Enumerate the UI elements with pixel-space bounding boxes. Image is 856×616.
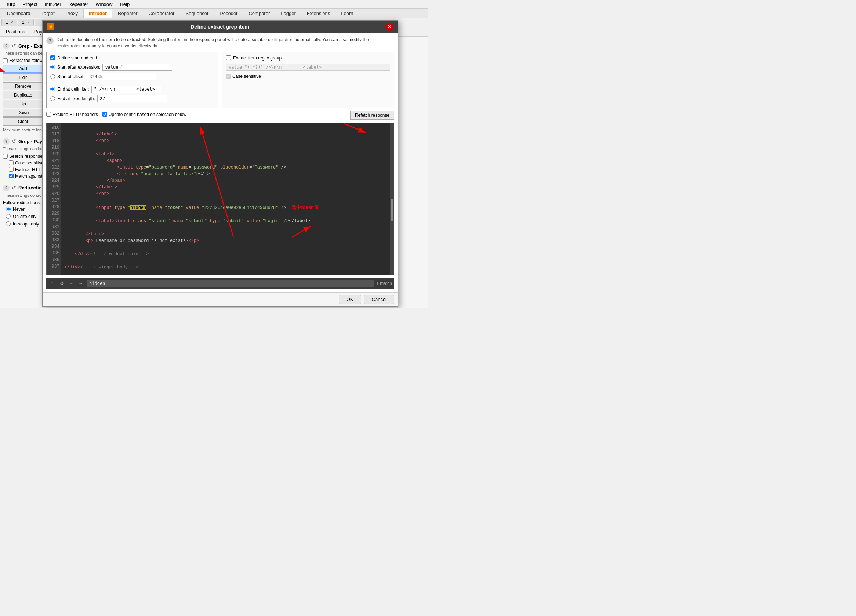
add-button[interactable]: Add bbox=[3, 65, 43, 73]
start-offset-label: Start at offset: bbox=[57, 74, 85, 79]
search-input[interactable] bbox=[87, 280, 374, 287]
start-offset-row: Start at offset: bbox=[50, 73, 214, 80]
search-next-icon[interactable]: → bbox=[77, 280, 85, 287]
start-after-radio[interactable] bbox=[50, 65, 55, 69]
tab-collaborator[interactable]: Collaborator bbox=[143, 9, 180, 18]
tab-logger[interactable]: Logger bbox=[275, 9, 301, 18]
define-start-end-label: Define start and end bbox=[57, 55, 97, 60]
code-area: 916 917 918 919 920 921 922 923 924 925 … bbox=[46, 123, 394, 275]
dialog-body: ? Define the location of the item to be … bbox=[43, 33, 398, 292]
search-responses-checkbox[interactable] bbox=[3, 154, 8, 159]
case-sensitive-regex-checkbox[interactable] bbox=[226, 74, 231, 79]
code-content[interactable]: </label> </br> <label> <span> <input typ… bbox=[61, 123, 390, 274]
case-sensitive-regex-label: Case sensitive bbox=[232, 74, 261, 79]
up-button[interactable]: Up bbox=[3, 100, 43, 108]
tab-dashboard[interactable]: Dashboard bbox=[2, 9, 36, 18]
extract-regex-checkbox[interactable] bbox=[226, 55, 231, 60]
num-tab-2[interactable]: 2 × bbox=[18, 19, 34, 26]
case-sensitive-regex-row[interactable]: Case sensitive bbox=[226, 74, 390, 79]
sub-tab-positions[interactable]: Positions bbox=[2, 28, 30, 35]
clear-button[interactable]: Clear bbox=[3, 117, 43, 126]
extract-regex-title: Extract from regex group bbox=[226, 55, 390, 60]
menu-bar: Burp Project Intruder Repeater Window He… bbox=[0, 0, 428, 9]
tab-intruder[interactable]: Intruder bbox=[83, 9, 112, 18]
tab-extensions[interactable]: Extensions bbox=[301, 9, 336, 18]
code-scrollbar[interactable] bbox=[390, 123, 394, 274]
update-config-checkbox[interactable] bbox=[102, 112, 107, 117]
code-scrollbar-thumb[interactable] bbox=[391, 199, 394, 221]
tab-proxy[interactable]: Proxy bbox=[60, 9, 83, 18]
edit-button[interactable]: Edit bbox=[3, 74, 43, 82]
extract-regex-input[interactable] bbox=[226, 63, 390, 71]
down-button[interactable]: Down bbox=[3, 109, 43, 117]
search-prev-icon[interactable]: ← bbox=[68, 280, 75, 287]
onsite-radio[interactable] bbox=[6, 214, 11, 219]
dialog-title: Define extract grep item bbox=[54, 24, 385, 30]
dialog-info-icon: ? bbox=[46, 37, 54, 45]
config-row: Define start and end Start after express… bbox=[46, 52, 394, 108]
never-radio[interactable] bbox=[6, 207, 11, 211]
update-config-row[interactable]: Update config based on selection below bbox=[102, 112, 186, 117]
line-numbers: 916 917 918 919 920 921 922 923 924 925 … bbox=[47, 123, 61, 274]
menu-intruder[interactable]: Intruder bbox=[41, 1, 65, 8]
exclude-http-opt-row[interactable]: Exclude HTTP headers bbox=[46, 112, 98, 117]
refetch-button[interactable]: Refetch response bbox=[350, 111, 394, 120]
grep-extract-info-icon: ? bbox=[3, 43, 9, 49]
grep-extract-refresh-icon[interactable]: ↺ bbox=[12, 43, 16, 49]
redirections-refresh-icon[interactable]: ↺ bbox=[12, 185, 16, 191]
grep-payloads-info-icon: ? bbox=[3, 138, 9, 145]
end-fixed-label: End at fixed length: bbox=[57, 96, 95, 101]
main-tab-bar: Dashboard Target Proxy Intruder Repeater… bbox=[0, 9, 428, 18]
end-delimiter-radio[interactable] bbox=[50, 87, 55, 91]
menu-window[interactable]: Window bbox=[92, 1, 116, 8]
dialog-overlay: ⚡ Define extract grep item ✕ ? Define th… bbox=[42, 20, 398, 306]
define-start-end-box: Define start and end Start after express… bbox=[46, 52, 219, 108]
num-tab-1[interactable]: 1 × bbox=[2, 19, 17, 26]
cancel-button[interactable]: Cancel bbox=[364, 295, 394, 304]
tab-target[interactable]: Target bbox=[36, 9, 60, 18]
define-start-end-title: Define start and end bbox=[50, 55, 214, 60]
tab-learn[interactable]: Learn bbox=[336, 9, 359, 18]
end-delimiter-label: End at delimiter: bbox=[57, 87, 89, 92]
search-help-icon[interactable]: ? bbox=[48, 280, 56, 287]
grep-payloads-refresh-icon[interactable]: ↺ bbox=[12, 139, 16, 144]
end-delimiter-row: End at delimiter: bbox=[50, 86, 214, 93]
remove-button[interactable]: Remove bbox=[3, 82, 43, 90]
menu-help[interactable]: Help bbox=[116, 1, 133, 8]
inscope-radio[interactable] bbox=[6, 221, 11, 226]
dialog-close-button[interactable]: ✕ bbox=[385, 23, 394, 31]
search-settings-icon[interactable]: ⚙ bbox=[58, 280, 65, 287]
never-label: Never bbox=[13, 207, 25, 212]
onsite-label: On-site only bbox=[13, 214, 36, 219]
start-after-input[interactable] bbox=[102, 63, 172, 71]
start-after-row: Start after expression: bbox=[50, 63, 214, 71]
menu-repeater[interactable]: Repeater bbox=[65, 1, 92, 8]
duplicate-button[interactable]: Duplicate bbox=[3, 91, 43, 99]
exclude-http-checkbox[interactable] bbox=[9, 167, 14, 172]
end-fixed-radio[interactable] bbox=[50, 96, 55, 101]
dialog-title-bar: ⚡ Define extract grep item ✕ bbox=[43, 20, 398, 33]
extract-checkbox[interactable] bbox=[3, 59, 8, 63]
tab-sequencer[interactable]: Sequencer bbox=[180, 9, 214, 18]
define-start-end-checkbox[interactable] bbox=[50, 55, 55, 60]
start-offset-radio[interactable] bbox=[50, 74, 55, 79]
menu-burp[interactable]: Burp bbox=[2, 1, 19, 8]
dialog-info-text: Define the location of the item to be ex… bbox=[57, 37, 394, 49]
match-pre-checkbox[interactable] bbox=[9, 174, 14, 179]
tab-repeater[interactable]: Repeater bbox=[112, 9, 143, 18]
exclude-http-opt-checkbox[interactable] bbox=[46, 112, 51, 117]
code-lines: 916 917 918 919 920 921 922 923 924 925 … bbox=[47, 123, 394, 274]
follow-redirections-label: Follow redirections: bbox=[3, 200, 41, 205]
tab-decoder[interactable]: Decoder bbox=[214, 9, 243, 18]
menu-project[interactable]: Project bbox=[19, 1, 41, 8]
end-delimiter-input[interactable] bbox=[91, 86, 161, 93]
end-fixed-input[interactable] bbox=[97, 95, 167, 102]
tab-comparer[interactable]: Comparer bbox=[243, 9, 275, 18]
case-sensitive-checkbox[interactable] bbox=[9, 160, 14, 165]
options-row: Exclude HTTP headers Update config based… bbox=[46, 111, 394, 120]
exclude-http-opt-label: Exclude HTTP headers bbox=[52, 112, 98, 117]
ok-button[interactable]: OK bbox=[339, 295, 361, 304]
start-offset-input[interactable] bbox=[87, 73, 156, 80]
search-bar: ? ⚙ ← → 1 match bbox=[46, 278, 394, 288]
inscope-label: In-scope only bbox=[13, 221, 39, 226]
